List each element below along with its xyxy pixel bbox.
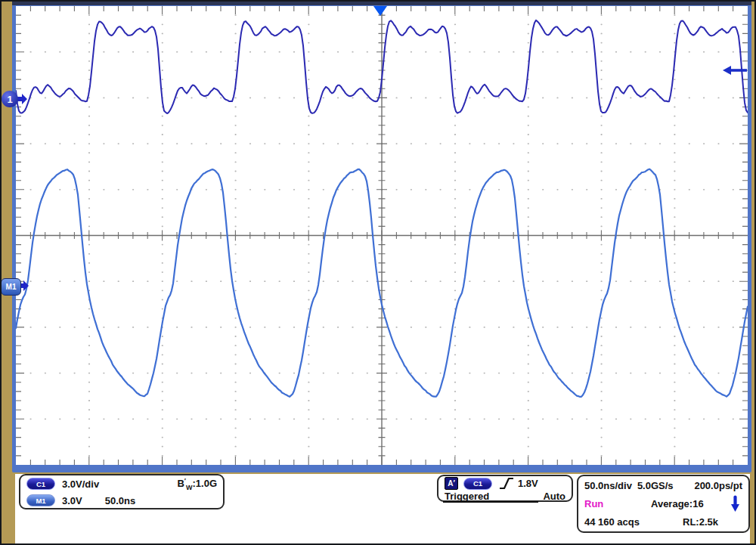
trigger-position-marker-icon[interactable] [373,6,388,17]
channel1-badge[interactable]: C1 [26,478,55,490]
record-row: 44 160 acqs RL:2.5k [578,512,748,531]
math1-badge-label: M1 [36,497,45,505]
trigger-status: Triggered [445,491,489,502]
trigger-mode: Auto [543,491,565,502]
triggered-underline [443,501,538,503]
trigger-level: 1.8V [518,478,538,489]
trigger-status-row: Triggered Auto [438,491,572,502]
channel1-position-marker[interactable]: 1 [2,91,18,107]
resolution: 200.0ps/pt [694,480,742,491]
screen-frame-top-bar [12,2,751,5]
acquisition-row: Run Average:16 [578,494,748,512]
acquisition-count: 44 160 acqs [584,516,683,528]
trigger-source-badge[interactable]: C1 [463,478,492,490]
graticule-display [16,6,748,465]
math1-position-marker[interactable]: M1 [1,278,21,296]
trigger-readout-box[interactable]: A′ C1 1.8V Triggered Auto [437,475,573,502]
trigger-level-marker-icon[interactable] [723,64,748,76]
channel1-badge-label: C1 [36,480,45,488]
timebase-value: 50.0ns/div [584,480,632,491]
trigger-a-badge: A′ [445,477,458,490]
math1-readout-row: M1 3.0V 50.0ns [20,492,223,509]
waveform-plot [16,6,748,465]
trigger-source-label: C1 [473,479,482,488]
bandwidth-value: :1.0G [192,478,217,489]
average-count: Average:16 [651,498,704,509]
trigger-source-row: A′ C1 1.8V [438,476,572,491]
math1-scale: 3.0V [62,495,82,506]
math1-timebase: 50.0ns [105,495,135,506]
math1-marker-label: M1 [6,283,17,291]
channel1-scale: 3.0V/div [62,478,99,490]
timebase-row: 50.0ns/div 5.0GS/s 200.0ps/pt [578,476,748,494]
acquisition-state: Run [584,498,631,509]
channel1-readout-row: C1 3.0V/div B′W:1.0G [20,475,223,492]
readout-panel: C1 3.0V/div B′W:1.0G M1 3.0V 50.0ns A′ C… [15,474,750,543]
horizontal-readout-box[interactable]: 50.0ns/div 5.0GS/s 200.0ps/pt Run Averag… [577,475,750,533]
rising-edge-slope-icon [499,477,514,490]
math1-badge[interactable]: M1 [26,494,55,506]
vertical-readout-box[interactable]: C1 3.0V/div B′W:1.0G M1 3.0V 50.0ns [19,474,225,509]
record-length: RL:2.5k [683,516,718,528]
arrow-down-icon[interactable] [730,495,740,512]
bandwidth-readout: B′W:1.0G [177,477,217,491]
bandwidth-b: B [177,478,184,489]
trigger-a-badge-label: A′ [448,479,455,488]
sample-rate: 5.0GS/s [637,480,674,491]
channel1-marker-label: 1 [7,94,12,105]
channel1-marker-arrow-icon [17,94,28,104]
oscilloscope-screen: 1 M1 C1 3.0V/div B′W:1.0G M1 3.0V 50.0 [0,0,756,545]
